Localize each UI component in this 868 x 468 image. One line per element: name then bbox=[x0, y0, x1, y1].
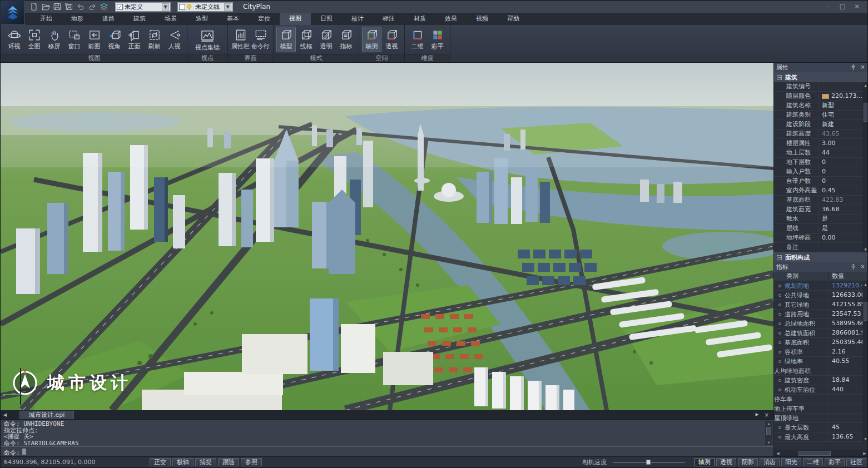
ribbon-tab[interactable]: 材质 bbox=[404, 13, 435, 25]
ribbon-button[interactable]: 视角 bbox=[105, 27, 124, 52]
ribbon-tab[interactable]: 视图 bbox=[280, 13, 311, 25]
maximize-button[interactable]: □ bbox=[836, 2, 849, 11]
scroll-thumb[interactable] bbox=[766, 427, 771, 435]
layer-dropdown[interactable]: ✓ 未定义 ▼ bbox=[115, 2, 171, 12]
property-row[interactable]: 建筑高度 43.65 bbox=[774, 130, 862, 139]
tab-close-icon[interactable]: × bbox=[765, 412, 769, 418]
view-mode-button[interactable]: 彩平 bbox=[825, 458, 845, 466]
ribbon-button[interactable]: 彩平 bbox=[428, 27, 447, 52]
slider-thumb[interactable] bbox=[646, 460, 651, 465]
property-row[interactable]: 地坪标高 0.00 bbox=[774, 233, 862, 243]
indicator-row[interactable]: 其它绿地 412155.85 bbox=[774, 300, 862, 310]
open-folder-icon[interactable] bbox=[41, 2, 50, 11]
ribbon-tab[interactable]: 帮助 bbox=[498, 13, 529, 25]
indicator-row[interactable]: 停车率 bbox=[774, 395, 862, 404]
property-row[interactable]: 建筑编号 bbox=[774, 82, 862, 92]
ribbon-tab[interactable]: 基本 bbox=[217, 13, 249, 25]
indicator-row[interactable]: 最大高度 136.65 bbox=[774, 432, 862, 442]
indicator-row[interactable]: 规划用地 1329210.40 bbox=[774, 281, 862, 291]
ribbon-button[interactable]: 全图 bbox=[24, 27, 44, 52]
ribbon-button[interactable]: 透视 bbox=[382, 27, 401, 52]
ribbon-button[interactable]: 透明 bbox=[316, 27, 336, 52]
undo-icon[interactable] bbox=[76, 2, 85, 11]
scroll-up-icon[interactable]: ▲ bbox=[768, 421, 770, 426]
ribbon-button[interactable]: 环视 bbox=[4, 27, 24, 52]
ribbon-button[interactable]: 视点集锦 bbox=[190, 27, 225, 53]
view-mode-button[interactable]: 二维 bbox=[803, 458, 823, 466]
snap-toggle-button[interactable]: 极轴 bbox=[172, 458, 194, 466]
scroll-up-icon[interactable]: ▲ bbox=[864, 281, 867, 287]
ribbon-button[interactable]: 线框 bbox=[296, 27, 316, 52]
tab-scroll-left-icon[interactable]: ◀ bbox=[1, 412, 9, 417]
ribbon-button[interactable]: 正面 bbox=[125, 27, 144, 52]
property-row[interactable]: 散水 是 bbox=[774, 215, 862, 224]
scroll-down-icon[interactable]: ▼ bbox=[768, 440, 770, 445]
indicator-row[interactable]: 总绿地面积 538995.66 bbox=[774, 319, 862, 328]
ribbon-tab[interactable]: 地形 bbox=[62, 13, 93, 25]
view-mode-button[interactable]: 透视 bbox=[716, 458, 736, 466]
close-icon[interactable]: × bbox=[859, 64, 866, 71]
ribbon-button[interactable]: 命令行 bbox=[251, 27, 270, 52]
property-row[interactable]: 自带户数 0 bbox=[774, 177, 862, 186]
ribbon-button[interactable]: 轴测 bbox=[362, 27, 381, 52]
collapse-icon[interactable]: − bbox=[777, 75, 782, 80]
console-scrollbar[interactable]: ▲ ▼ bbox=[765, 421, 772, 445]
redo-icon[interactable] bbox=[88, 2, 97, 11]
property-row[interactable]: 建筑面宽 36.68 bbox=[774, 205, 862, 215]
property-row[interactable]: 备注 bbox=[774, 243, 862, 252]
indicator-row[interactable]: 绿地率 40.55 bbox=[774, 357, 862, 366]
ribbon-tab[interactable]: 造型 bbox=[186, 13, 217, 25]
hscroll-thumb[interactable] bbox=[798, 451, 831, 456]
property-row[interactable]: 室内外高差 0.45 bbox=[774, 186, 862, 196]
property-row[interactable]: 建筑名称 新型 bbox=[774, 101, 862, 111]
command-input[interactable]: 命令: bbox=[1, 446, 773, 457]
indicator-row[interactable]: 基底面积 250395.46 bbox=[774, 338, 862, 347]
close-button[interactable]: × bbox=[851, 2, 863, 11]
property-row[interactable]: 输入户数 0 bbox=[774, 167, 862, 177]
ribbon-button[interactable]: 移屏 bbox=[44, 27, 64, 52]
3d-viewport[interactable]: 城市设计 X Y bbox=[1, 63, 773, 410]
snap-toggle-button[interactable]: 捕捉 bbox=[195, 458, 216, 466]
scroll-left-icon[interactable]: ◀ bbox=[774, 451, 782, 456]
file-tab[interactable]: 城市设计.epi bbox=[19, 411, 74, 419]
ribbon-button[interactable]: 属性栏 bbox=[231, 27, 250, 52]
indicator-row[interactable]: 公共绿地 126633.08 bbox=[774, 291, 862, 300]
scroll-down-icon[interactable]: ▼ bbox=[864, 246, 867, 252]
indicator-row[interactable]: 人均绿地面积 bbox=[774, 366, 862, 376]
scroll-thumb[interactable] bbox=[864, 302, 867, 321]
ribbon-tab[interactable]: 核计 bbox=[342, 13, 373, 25]
tab-scroll-right-icon[interactable]: ▶ bbox=[755, 412, 758, 418]
ribbon-tab[interactable]: 日照 bbox=[311, 13, 342, 25]
view-mode-button[interactable]: 社区 bbox=[846, 458, 866, 466]
indicator-row[interactable]: 容积率 2.16 bbox=[774, 347, 862, 357]
save-icon[interactable] bbox=[53, 2, 62, 11]
view-mode-button[interactable]: 阳光 bbox=[781, 458, 801, 466]
scroll-thumb[interactable] bbox=[864, 103, 867, 122]
ribbon-button[interactable]: 前图 bbox=[85, 27, 104, 52]
app-logo[interactable] bbox=[1, 1, 25, 25]
ribbon-tab[interactable]: 开始 bbox=[31, 13, 62, 25]
ribbon-tab[interactable]: 道路 bbox=[93, 13, 124, 25]
property-row[interactable]: 楼层属性 3.00 bbox=[774, 139, 862, 148]
indicator-row[interactable]: 地上停车率 bbox=[774, 404, 862, 414]
snap-toggle-button[interactable]: 参照 bbox=[241, 458, 262, 466]
indicator-row[interactable]: 最大层数 45 bbox=[774, 423, 862, 432]
pin-icon[interactable] bbox=[850, 263, 857, 271]
ribbon-tab[interactable]: 定位 bbox=[249, 13, 280, 25]
ribbon-tab[interactable]: 视频 bbox=[467, 13, 498, 25]
scroll-down-icon[interactable]: ▼ bbox=[864, 436, 867, 442]
properties-scrollbar[interactable]: ▲ ▼ bbox=[862, 82, 868, 252]
indicators-scrollbar[interactable]: ▲ ▼ bbox=[862, 281, 868, 442]
indicator-row[interactable]: 屋顶绿地 bbox=[774, 414, 862, 423]
property-row[interactable]: 基底面积 422.83 bbox=[774, 196, 862, 205]
section-header-building[interactable]: − 建筑 bbox=[774, 72, 868, 82]
snap-toggle-button[interactable]: 正交 bbox=[150, 458, 171, 466]
chevron-down-icon[interactable]: ▼ bbox=[162, 3, 169, 11]
new-file-icon[interactable] bbox=[29, 2, 38, 11]
scroll-up-icon[interactable]: ▲ bbox=[864, 82, 867, 88]
section-header-area[interactable]: − 面积构成 bbox=[774, 252, 868, 262]
ribbon-button[interactable]: 指标 bbox=[336, 27, 356, 52]
property-row[interactable]: 建筑类别 住宅 bbox=[774, 111, 862, 120]
command-console[interactable]: 命令: UNHIDEBYONE指定拉伸点:<捕捉 关>命令: STARTDLGC… bbox=[1, 419, 773, 446]
indicator-row[interactable]: 机动车泊位 440 bbox=[774, 385, 862, 395]
